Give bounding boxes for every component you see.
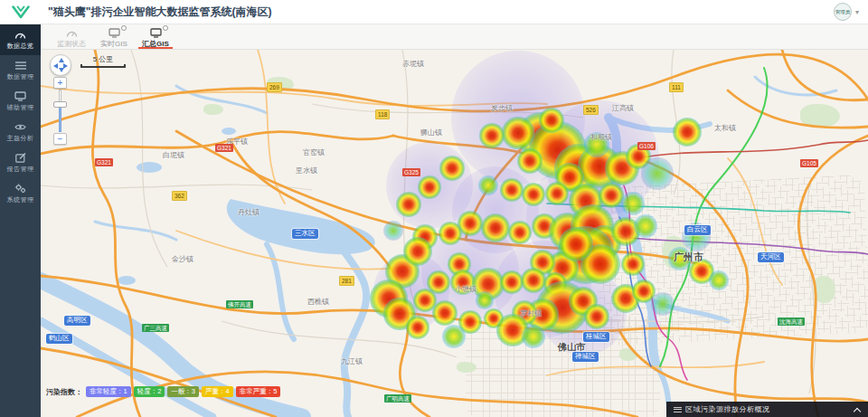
chevron-up-icon[interactable] [854,406,861,412]
town-label: 小塘镇 [455,284,476,294]
sidebar-item-report-manage[interactable]: 报告管理 [0,147,41,178]
heat-point [412,224,439,251]
heat-point [418,175,441,199]
legend-item: 非常轻度：1 [86,386,131,397]
park-patch [203,104,223,115]
heat-point [569,287,598,316]
logo [0,0,41,24]
heat-point [522,183,545,206]
pollution-legend: 污染指数： 非常轻度：1轻度：2一般：3严重：4非常严重：5 [46,386,280,397]
heat-point [427,270,450,294]
sidebar-item-assist-manage[interactable]: 辅助管理 [0,86,41,117]
user-avatar[interactable]: 管理员 [834,3,852,21]
road-number-badge: G321 [215,144,233,152]
zoom-out-button[interactable]: − [53,133,67,145]
scale-label: 5 公里 [80,54,126,64]
heat-point [396,192,422,218]
pan-up-icon[interactable] [59,58,64,62]
gauge-icon [14,29,26,41]
list-icon [15,60,26,71]
sidebar-item-system-manage[interactable]: 系统管理 [0,178,41,209]
road-number-badge: 526 [583,105,599,115]
park-patch [267,77,294,91]
heat-point [559,227,593,261]
heat-point [549,213,587,251]
heat-point [502,117,533,148]
heat-point [386,142,473,229]
map-canvas[interactable]: 广州市佛山市白云区天河区三水区桂城区禅城区高明区鹤山区乐平镇官窑镇里水镇狮山镇和… [41,50,868,417]
town-label: 九江镇 [341,356,363,366]
sidebar-item-label: 数据总览 [7,42,34,51]
sidebar: 数据总览数据管理辅助管理主题分析报告管理系统管理 [0,24,41,417]
sidebar-item-theme-analysis[interactable]: 主题分析 [0,117,41,147]
town-label: 乐平镇 [226,137,248,147]
tab-status-icon [121,25,127,31]
road-number-badge: 广三高速 [142,324,169,332]
zoom-slider-fill [59,106,61,132]
road-number-badge: 362 [172,191,187,201]
heat-point [500,270,524,294]
heat-point [578,145,621,188]
legend-item: 严重：4 [202,386,233,397]
town-label: 白坭镇 [163,150,184,160]
heat-point [529,121,587,179]
town-label: 和顺镇 [590,132,612,142]
district-badge: 鹤山区 [46,334,72,344]
tab-label: 监测状态 [57,39,86,49]
heat-point [452,166,539,253]
sidebar-item-label: 辅助管理 [7,103,34,112]
road-number-badge: 118 [375,109,390,119]
heat-point [554,144,603,193]
road-number-badge: G321 [95,158,113,166]
road-number-badge: 广明高速 [384,394,411,403]
tab-status-icon [163,25,168,31]
heat-point [403,237,432,266]
sidebar-item-data-overview[interactable]: 数据总览 [0,24,41,55]
tab-realtime-gis[interactable]: 实时GIS [93,24,135,49]
tab-summary-gis[interactable]: 汇总GIS [135,24,176,49]
sidebar-item-label: 报告管理 [7,165,34,174]
heat-point [451,51,584,184]
pan-left-icon[interactable] [53,63,58,69]
heat-point [385,254,420,289]
heat-point [543,272,567,296]
heat-point [406,316,429,339]
tab-monitor-status[interactable]: 监测状态 [50,24,93,49]
town-label: 金沙镇 [172,254,193,264]
heat-point [450,270,476,296]
heat-point [432,300,458,327]
map-pan-control[interactable] [50,54,71,76]
zoom-in-button[interactable]: + [53,77,67,89]
analysis-panel-bar[interactable]: 区域污染源排放分析概况 [666,402,868,417]
owl-logo-icon [12,5,30,19]
heat-point [546,251,578,283]
park-patch [814,276,835,303]
heat-point [545,182,569,205]
tab-label: 实时GIS [100,39,127,49]
pan-right-icon[interactable] [63,63,68,69]
park-patch [529,276,545,287]
road-number-badge: 111 [669,82,684,92]
town-label: 狮山镇 [420,128,442,137]
heat-point [478,175,498,195]
town-label: 江高镇 [612,103,634,113]
park-patch [663,236,686,269]
heat-point [479,123,505,149]
urban-grid-foshan [466,317,660,417]
legend-item: 非常严重：5 [236,386,281,397]
sidebar-item-data-manage[interactable]: 数据管理 [0,55,41,86]
zoom-slider-handle[interactable] [53,101,67,108]
road-number-badge: G325 [402,168,420,176]
page-title: "猫头鹰"排污企业智能大数据监管系统(南海区) [48,5,271,20]
scale-bar [80,64,126,68]
eye-icon [14,121,26,133]
heat-point [517,148,543,175]
monitor-icon [108,27,120,38]
chevron-down-icon[interactable]: ▾ [855,8,859,16]
heat-point [532,213,558,240]
heat-point [673,118,702,147]
town-label: 炭步镇 [491,103,513,113]
heat-point [383,221,403,241]
analysis-panel-title: 区域污染源排放分析概况 [685,404,854,414]
park-patch [619,348,637,361]
